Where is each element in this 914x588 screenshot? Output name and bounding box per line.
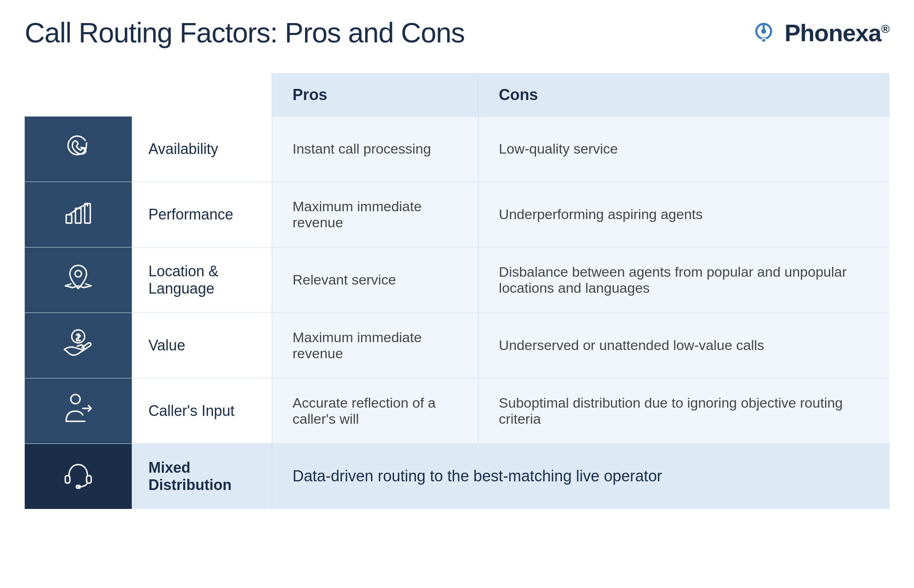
page-title: Call Routing Factors: Pros and Cons <box>25 16 465 49</box>
row-icon-performance <box>25 182 132 247</box>
svg-point-8 <box>71 394 80 404</box>
row-cons-location-language: Disbalance between agents from popular a… <box>478 247 889 313</box>
table-row: Mixed DistributionData-driven routing to… <box>25 443 889 509</box>
factor-column-header <box>132 74 272 117</box>
table-header: Pros Cons <box>25 74 889 117</box>
row-icon-callers-input <box>25 378 132 443</box>
row-pros-availability: Instant call processing <box>272 117 478 182</box>
row-label-value: Value <box>132 313 272 378</box>
row-label-mixed-distribution: Mixed Distribution <box>132 443 272 509</box>
cons-column-header: Cons <box>478 74 889 117</box>
logo-text: Phonexa® <box>785 19 889 47</box>
row-label-performance: Performance <box>132 182 272 247</box>
table-row: ValueMaximum immediate revenueUnderserve… <box>25 313 889 378</box>
svg-rect-4 <box>75 208 81 223</box>
row-label-callers-input: Caller's Input <box>132 378 272 443</box>
row-pros-location-language: Relevant service <box>272 247 478 313</box>
logo: Phonexa® <box>749 18 889 47</box>
row-icon-availability <box>25 117 132 182</box>
svg-rect-2 <box>762 39 766 42</box>
svg-rect-9 <box>65 476 70 483</box>
table-row: PerformanceMaximum immediate revenueUnde… <box>25 182 889 247</box>
row-pros-mixed-distribution: Data-driven routing to the best-matching… <box>272 443 889 509</box>
row-icon-value <box>25 313 132 378</box>
row-cons-value: Underserved or unattended low-value call… <box>478 313 889 378</box>
row-label-location-language: Location & Language <box>132 247 272 313</box>
comparison-table: Pros Cons AvailabilityInstant call proce… <box>25 73 889 509</box>
page-header: Call Routing Factors: Pros and Cons Phon… <box>25 16 889 49</box>
table-row: Location & LanguageRelevant serviceDisba… <box>25 247 889 313</box>
svg-point-1 <box>761 29 766 34</box>
svg-point-6 <box>75 270 82 277</box>
phonexa-logo-icon <box>749 18 778 47</box>
row-icon-mixed-distribution <box>25 443 132 509</box>
pros-column-header: Pros <box>272 74 478 117</box>
row-pros-callers-input: Accurate reflection of a caller's will <box>272 378 478 443</box>
row-cons-callers-input: Suboptimal distribution due to ignoring … <box>478 378 889 443</box>
table-row: Caller's InputAccurate reflection of a c… <box>25 378 889 443</box>
row-pros-value: Maximum immediate revenue <box>272 313 478 378</box>
table-row: AvailabilityInstant call processingLow-q… <box>25 117 889 182</box>
row-cons-performance: Underperforming aspiring agents <box>478 182 889 247</box>
row-cons-availability: Low-quality service <box>478 117 889 182</box>
svg-rect-3 <box>66 215 72 223</box>
row-icon-location-language <box>25 247 132 313</box>
row-label-availability: Availability <box>132 117 272 182</box>
icon-column-header <box>25 74 132 117</box>
row-pros-performance: Maximum immediate revenue <box>272 182 478 247</box>
